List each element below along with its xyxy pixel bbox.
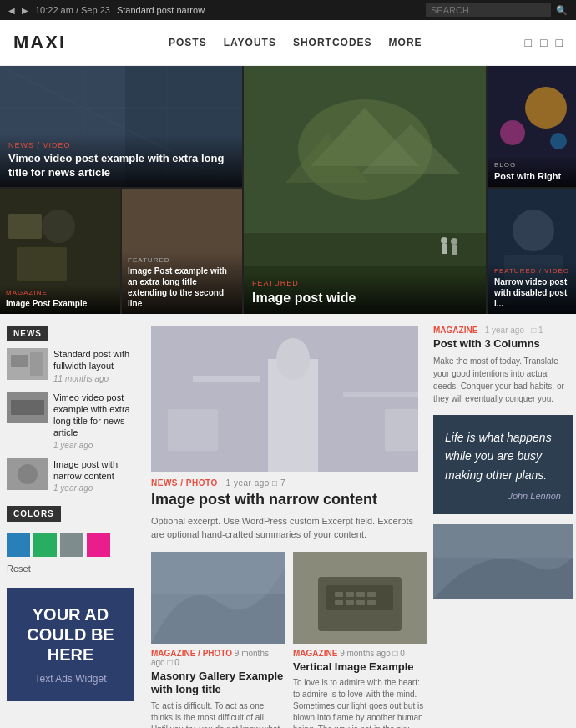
card-post-1-excerpt: To act is difficult. To act as one think…: [151, 700, 285, 728]
quote-author: John Lennon: [445, 491, 561, 501]
card-post-2[interactable]: MAGAZINE 9 months ago □ 0 Vertical Image…: [293, 552, 427, 728]
search-icon[interactable]: 🔍: [556, 5, 568, 16]
svg-point-30: [513, 210, 554, 251]
svg-point-38: [18, 464, 38, 484]
hero-tag-1: NEWS / VIDEO: [8, 141, 234, 149]
nav-more[interactable]: MORE: [389, 37, 422, 48]
twitter-icon[interactable]: □: [525, 36, 532, 49]
news-item-text-3: Image post with narrow content 1 year ag…: [53, 458, 134, 493]
svg-rect-46: [168, 409, 218, 451]
hero-item-right-bottom[interactable]: FEATURED / VIDEO Narrow video post with …: [488, 189, 576, 314]
news-widget-title: NEWS: [7, 326, 48, 341]
featured-post-category[interactable]: NEWS / PHOTO: [151, 478, 218, 488]
news-item-date-2: 1 year ago: [53, 441, 134, 450]
featured-post-image[interactable]: [151, 326, 418, 472]
svg-rect-55: [367, 592, 376, 597]
svg-rect-34: [30, 352, 43, 376]
top-bar-right: 🔍: [426, 3, 568, 17]
search-input[interactable]: [426, 3, 551, 17]
hero-title-featured: Image Post example with an extra long ti…: [128, 265, 236, 309]
top-bar: ◀ ▶ 10:22 am / Sep 23 Standard post narr…: [0, 0, 576, 20]
svg-point-21: [500, 120, 525, 145]
svg-rect-57: [346, 600, 354, 605]
news-item-text-1: Standard post with fullwidth layout 11 m…: [53, 348, 134, 383]
swatch-gray[interactable]: [60, 533, 83, 557]
nav-layouts[interactable]: LAYOUTS: [224, 37, 276, 48]
quote-text: Life is what happens while you are busy …: [445, 428, 561, 484]
featured-post-title[interactable]: Image post with narrow content: [151, 491, 418, 509]
back-icon[interactable]: ◀: [8, 6, 15, 15]
featured-post-meta: NEWS / PHOTO 1 year ago □ 7: [151, 478, 418, 488]
card-posts: MAGAZINE / PHOTO 9 months ago □ 0 Masonr…: [151, 552, 418, 728]
featured-post-comment-icon: □: [272, 478, 280, 488]
right-small-image[interactable]: [433, 524, 573, 599]
svg-rect-53: [346, 592, 354, 597]
news-item-date-3: 1 year ago: [53, 483, 134, 493]
svg-point-17: [451, 238, 457, 245]
site-logo[interactable]: MAXI: [13, 32, 66, 53]
right-post-excerpt: Make the most of today. Translate your g…: [433, 355, 573, 405]
featured-post-comments: 7: [280, 478, 285, 488]
svg-rect-59: [367, 600, 376, 605]
hero-item-magazine[interactable]: MAGAZINE Image Post Example: [0, 189, 120, 314]
card-post-2-meta: MAGAZINE 9 months ago □ 0: [293, 649, 427, 658]
news-thumb-2: [7, 392, 48, 423]
card-post-1[interactable]: MAGAZINE / PHOTO 9 months ago □ 0 Masonr…: [151, 552, 285, 728]
hero-tag-featured: FEATURED: [128, 256, 236, 264]
swatch-pink[interactable]: [87, 533, 110, 557]
site-nav: POSTS LAYOUTS SHORTCODES MORE: [169, 37, 422, 48]
ad-widget: YOUR AD COULD BE HERE Text Ads Widget: [7, 588, 134, 701]
ad-title: YOUR AD COULD BE HERE: [18, 604, 123, 665]
quote-block: Life is what happens while you are busy …: [433, 415, 573, 514]
svg-point-20: [525, 87, 567, 129]
card-post-1-meta: MAGAZINE / PHOTO 9 months ago □ 0: [151, 649, 285, 667]
hero-item-featured[interactable]: FEATURED Image Post example with an extr…: [122, 189, 242, 314]
news-list-item-3[interactable]: Image post with narrow content 1 year ag…: [7, 458, 134, 493]
forward-icon[interactable]: ▶: [22, 6, 28, 15]
svg-rect-52: [335, 592, 343, 597]
nav-shortcodes[interactable]: SHORTCODES: [293, 37, 372, 48]
top-bar-datetime: 10:22 am / Sep 23: [35, 5, 110, 15]
swatch-blue[interactable]: [7, 533, 30, 557]
hero-item-1[interactable]: NEWS / VIDEO Vimeo video post example wi…: [0, 66, 242, 187]
svg-rect-61: [433, 524, 573, 558]
hero-item-center[interactable]: FEATURED Image post wide: [244, 66, 486, 314]
sidebar-right: MAGAZINE 1 year ago □ 1 Post with 3 Colu…: [427, 326, 573, 728]
news-item-title-2: Vimeo video post example with extra long…: [53, 392, 134, 439]
news-list-item-2[interactable]: Vimeo video post example with extra long…: [7, 392, 134, 450]
right-post: MAGAZINE 1 year ago □ 1 Post with 3 Colu…: [433, 326, 573, 405]
instagram-icon[interactable]: □: [556, 36, 563, 49]
ad-subtitle: Text Ads Widget: [18, 673, 123, 685]
svg-point-14: [441, 237, 447, 244]
svg-rect-51: [326, 585, 393, 610]
hero-tag-magazine: MAGAZINE: [6, 289, 114, 296]
reset-link[interactable]: Reset: [7, 564, 31, 574]
right-post-title[interactable]: Post with 3 Columns: [433, 337, 573, 351]
hero-title-magazine: Image Post Example: [6, 298, 114, 309]
svg-rect-43: [193, 376, 260, 382]
swatch-green[interactable]: [33, 533, 57, 557]
hero-bottom-left: MAGAZINE Image Post Example FEATURED Ima…: [0, 189, 242, 314]
news-item-title-3: Image post with narrow content: [53, 458, 134, 483]
card-post-1-comments: 0: [174, 658, 179, 667]
site-header: MAXI POSTS LAYOUTS SHORTCODES MORE □ □ □: [0, 20, 576, 66]
main-content: NEWS / PHOTO 1 year ago □ 7 Image post w…: [143, 326, 427, 728]
card-post-1-comment-icon: □: [167, 658, 174, 667]
svg-point-22: [550, 133, 567, 149]
colors-widget-title: COLORS: [7, 506, 61, 522]
featured-post-date: 1 year ago: [226, 478, 270, 488]
hero-title-right-top: Post with Right: [494, 170, 573, 182]
card-post-2-excerpt: To love is to admire with the heart: to …: [293, 677, 427, 728]
news-item-date-1: 11 months ago: [53, 374, 134, 383]
hero-item-right-top[interactable]: BLOG Post with Right: [488, 66, 576, 187]
svg-rect-36: [11, 400, 44, 415]
card-post-1-title: Masonry Gallery Example with long title: [151, 670, 285, 698]
hero-title-right-bottom: Narrow video post with disabled post i..…: [494, 276, 573, 309]
news-item-title-1: Standard post with fullwidth layout: [53, 348, 134, 372]
hero-title-center: Image post wide: [252, 290, 477, 307]
news-list-item-1[interactable]: Standard post with fullwidth layout 11 m…: [7, 348, 134, 383]
nav-posts[interactable]: POSTS: [169, 37, 207, 48]
color-swatches: [7, 533, 134, 557]
svg-rect-25: [17, 247, 67, 281]
facebook-icon[interactable]: □: [540, 36, 547, 49]
